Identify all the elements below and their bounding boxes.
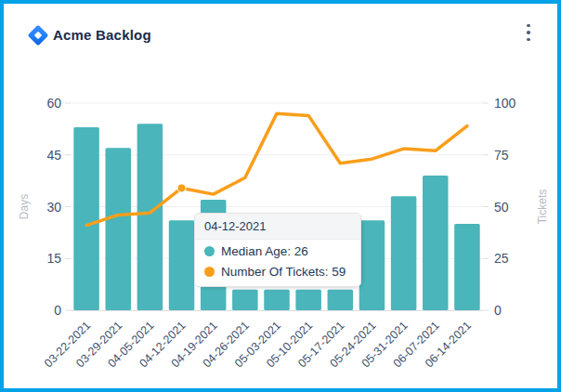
bar-06-07-2021[interactable]	[423, 176, 449, 310]
right-axis-tick-label: 0	[494, 303, 502, 318]
left-axis-tick-label: 0	[54, 303, 61, 318]
left-axis-tick-label: 15	[46, 251, 61, 266]
right-axis-tick-label: 75	[494, 148, 509, 163]
bar-04-12-2021[interactable]	[169, 220, 195, 310]
bar-05-24-2021[interactable]	[359, 220, 385, 310]
left-axis-tick-label: 45	[46, 148, 61, 163]
bar-04-26-2021[interactable]	[232, 290, 258, 310]
bar-05-03-2021[interactable]	[264, 290, 290, 310]
bar-04-05-2021[interactable]	[137, 124, 163, 310]
backlog-card: Acme Backlog 0153045600255075100DaysTick…	[4, 4, 557, 388]
tooltip-row-median-age: Median Age: 26	[195, 240, 360, 260]
left-axis-tick-label: 30	[46, 200, 61, 215]
tooltip-row-tickets: Number Of Tickets: 59	[195, 260, 360, 286]
tooltip-date: 04-12-2021	[195, 214, 360, 240]
tooltip-tickets-text: Number Of Tickets: 59	[221, 265, 346, 279]
tooltip-median-age-text: Median Age: 26	[221, 244, 308, 258]
bar-06-14-2021[interactable]	[454, 224, 480, 310]
bar-05-10-2021[interactable]	[295, 290, 321, 310]
chart-svg: 0153045600255075100DaysTickets03-22-2021…	[4, 4, 557, 388]
right-axis-tick-label: 25	[494, 251, 509, 266]
left-axis-title: Days	[18, 194, 31, 219]
median-age-dot-icon	[204, 246, 215, 256]
bar-03-29-2021[interactable]	[105, 148, 131, 310]
tickets-dot-icon	[204, 267, 215, 277]
right-axis-tick-label: 50	[494, 200, 509, 215]
left-axis-tick-label: 60	[46, 96, 61, 111]
bar-03-22-2021[interactable]	[73, 127, 99, 310]
chart-tooltip: 04-12-2021 Median Age: 26 Number Of Tick…	[194, 213, 361, 287]
bar-05-31-2021[interactable]	[391, 196, 417, 310]
right-axis-title: Tickets	[536, 189, 549, 225]
right-axis-tick-label: 100	[494, 96, 516, 111]
bar-05-17-2021[interactable]	[328, 290, 354, 310]
hover-marker-04-12-2021[interactable]	[177, 184, 186, 192]
